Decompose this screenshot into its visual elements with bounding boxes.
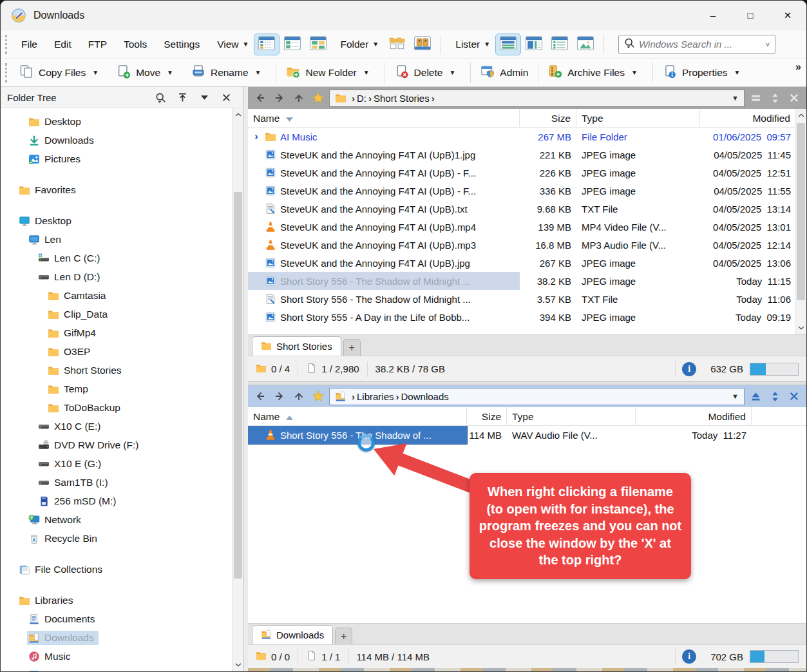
lister-lister-vert-button[interactable] [522,34,546,55]
windows-search-box[interactable]: ˅ [618,35,775,54]
file-row[interactable]: SteveUK and the Annoying F4T AI (UpB).tx… [248,200,795,218]
tree-item-dvd-rw-drive-f[interactable]: DVD RW Drive (F:) [1,436,232,454]
menu-edit[interactable]: Edit [46,35,80,54]
tree-menu-chevron-icon[interactable] [193,90,215,105]
toolbar-grip[interactable] [5,35,9,54]
back-icon[interactable] [252,388,269,405]
minimize-button[interactable]: – [694,1,732,30]
tree-scrollbar[interactable] [232,108,243,671]
file-name-cell[interactable]: SteveUK and the Annoying F4T AI (UpB).jp… [248,254,520,272]
maximize-button[interactable]: □ [732,1,769,30]
chevron-down-icon[interactable]: ˅ [766,41,770,48]
column-header-name[interactable]: Name [248,407,467,426]
file-row[interactable]: SteveUK and the Annoying F4T AI (UpB)1.j… [248,146,795,164]
properties-button[interactable]: Properties▼ [656,61,752,84]
file-row[interactable]: Short Story 556 - The Shadow of Midnight… [248,290,795,308]
file-row[interactable]: SteveUK and the Annoying F4T AI (UpB) - … [248,164,795,182]
format-lock-icon[interactable] [747,90,764,106]
top-scrollbar[interactable] [795,109,806,334]
tree-item-len-d-d[interactable]: Len D (D:) [1,267,232,286]
tree-item-item[interactable] [1,666,232,671]
swap-panes-icon[interactable] [766,90,783,106]
new-folder-button[interactable]: New Folder▼ [280,61,381,84]
forward-icon[interactable] [271,388,288,405]
expander-icon[interactable]: › [252,131,261,142]
scroll-up-icon[interactable] [233,110,243,120]
tree-item-gifmp4[interactable]: GifMp4 [1,323,232,342]
file-row[interactable]: SteveUK and the Annoying F4T AI (UpB).jp… [248,254,795,272]
back-icon[interactable] [252,90,269,106]
info-icon[interactable]: i [682,362,696,376]
copy-files-button[interactable]: Copy Files▼ [13,61,110,84]
tree-item-256-msd-m[interactable]: 256 mSD (M:) [1,492,232,510]
tree-item-favorites[interactable]: Favorites [1,180,232,199]
folder-folder-dual-button[interactable] [385,34,409,55]
path-dropdown-icon[interactable]: ▼ [732,392,739,400]
tree-item-network[interactable]: Network [1,510,232,529]
favorite-star-icon[interactable] [310,90,327,106]
chevron-down-icon[interactable]: ▼ [484,41,490,48]
up-icon[interactable] [290,90,307,106]
breadcrumb[interactable]: ›D:›Short Stories› ▼ [329,90,745,107]
column-header-modified[interactable]: Modified [636,407,752,426]
tab-downloads[interactable]: Downloads [252,625,333,644]
file-row[interactable]: ›AI Music267 MBFile Folder01/06/2025 09:… [248,128,795,146]
move-button[interactable]: Move▼ [110,61,185,84]
file-row[interactable]: SteveUK and the Annoying F4T AI (UpB).mp… [248,218,795,236]
column-header-name[interactable]: Name [248,109,520,128]
menu-tools[interactable]: Tools [115,35,155,54]
tree-item-camtasia[interactable]: Camtasia [1,286,232,305]
tree-search-icon[interactable] [149,90,171,105]
close-pane-icon[interactable] [786,90,802,106]
tree-collapse-all-icon[interactable] [171,90,193,105]
menu-folder[interactable]: Folder [331,35,371,54]
forward-icon[interactable] [271,90,288,106]
file-name-cell[interactable]: ›AI Music [248,128,520,146]
lister-lister-list-button[interactable] [547,34,572,55]
view-view-panes-button[interactable] [280,34,305,55]
tree-item-desktop[interactable]: Desktop [1,112,232,131]
tree-item-music[interactable]: Music [1,647,232,666]
file-row[interactable]: Short Story 555 - A Day in the Life of B… [248,308,795,326]
chevron-down-icon[interactable]: ▼ [243,41,249,48]
chevron-down-icon[interactable]: ▼ [167,69,173,76]
tree-item-len[interactable]: Len [1,230,232,249]
new-tab-button[interactable]: + [343,339,361,356]
chevron-down-icon[interactable]: ▼ [372,41,379,48]
menu-view[interactable]: View [208,35,241,54]
tree-item-downloads[interactable]: Downloads [1,628,232,647]
tree-item-temp[interactable]: Temp [1,379,232,398]
favorite-star-icon[interactable] [310,388,327,405]
file-row[interactable]: SteveUK and the Annoying F4T AI (UpB) - … [248,182,795,200]
lister-lister-viewer-button[interactable] [573,34,598,55]
file-name-cell[interactable]: SteveUK and the Annoying F4T AI (UpB) - … [248,164,520,182]
archive-files-button[interactable]: Archive Files▼ [542,61,649,84]
close-button[interactable]: ✕ [769,1,806,30]
tree-item-libraries[interactable]: Libraries [1,591,232,610]
menu-ftp[interactable]: FTP [80,35,115,54]
up-icon[interactable] [290,388,307,405]
tree-item-short-stories[interactable]: Short Stories [1,361,232,379]
scroll-up-icon[interactable] [795,110,806,120]
chevron-down-icon[interactable]: ▼ [631,69,638,76]
folder-folder-sync-button[interactable] [410,34,435,55]
tree-item-x10-e-g[interactable]: X10 E (G:) [1,454,232,473]
tree-item-todobackup[interactable]: ToDoBackup [1,398,232,417]
menu-file[interactable]: File [13,35,46,54]
file-name-cell[interactable]: SteveUK and the Annoying F4T AI (UpB) - … [248,182,520,200]
file-row[interactable]: Short Story 556 - The Shadow of Midnight… [248,272,795,290]
path-dropdown-icon[interactable]: ▼ [732,94,739,102]
chevron-down-icon[interactable]: ▼ [92,69,99,76]
scroll-down-icon[interactable] [795,323,806,333]
file-name-cell[interactable]: Short Story 556 - The Shadow of Midnight… [248,272,520,290]
column-header-modified[interactable]: Modified [700,109,796,128]
tree-item-len-c-c[interactable]: Len C (C:) [1,249,232,267]
column-header-type[interactable]: Type [507,407,636,426]
delete-button[interactable]: Delete▼ [388,61,468,84]
tree-item-recycle-bin[interactable]: Recycle Bin [1,529,232,548]
lister-lister-horiz-button[interactable] [496,34,520,55]
file-name-cell[interactable]: SteveUK and the Annoying F4T AI (UpB).mp… [248,236,520,254]
column-header-size[interactable]: Size [467,407,507,426]
file-row[interactable]: SteveUK and the Annoying F4T AI (UpB).mp… [248,236,795,254]
breadcrumb-segment-d[interactable]: D: [357,93,366,104]
